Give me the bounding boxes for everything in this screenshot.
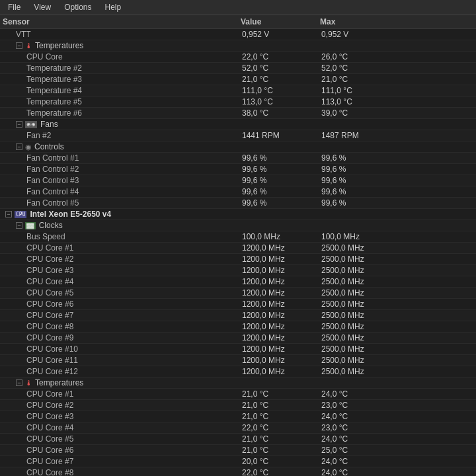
tree-row[interactable]: CPU Core #71200,0 MHz2500,0 MHz	[0, 310, 476, 321]
tree-row[interactable]: CPU Core #51200,0 MHz2500,0 MHz	[0, 288, 476, 299]
tree-row[interactable]: Fan Control #399,6 %99,6 %	[0, 175, 476, 186]
sensor-label: CPU Core #2	[26, 401, 73, 410]
tree-row[interactable]: CPU Core22,0 °C26,0 °C	[0, 52, 476, 63]
max-cell: 24,0 °C	[320, 434, 399, 444]
tree-row[interactable]: CPU Core #31200,0 MHz2500,0 MHz	[0, 265, 476, 276]
tree-row[interactable]: CPU Core #21200,0 MHz2500,0 MHz	[0, 254, 476, 265]
tree-row[interactable]: Bus Speed100,0 MHz100,0 MHz	[0, 231, 476, 243]
sensor-label: CPU Core #4	[26, 423, 73, 432]
max-cell: 113,0 °C	[320, 97, 399, 106]
tree-row[interactable]: CPU Core #720,0 °C24,0 °C	[0, 456, 476, 467]
sensor-label: CPU Core #3	[26, 412, 73, 421]
tree-row[interactable]: CPU Core #621,0 °C25,0 °C	[0, 445, 476, 456]
expand-icon[interactable]: −	[16, 143, 22, 150]
tree-row[interactable]: −🌡Temperatures	[0, 40, 476, 52]
tree-row[interactable]: Temperature #638,0 °C39,0 °C	[0, 108, 476, 119]
cpu-icon: CPU	[15, 211, 26, 218]
tree-row[interactable]: CPU Core #101200,0 MHz2500,0 MHz	[0, 344, 476, 355]
menu-options[interactable]: Options	[59, 1, 97, 13]
tree-row[interactable]: −CPUIntel Xeon E5-2650 v4	[0, 209, 476, 220]
value-cell: 21,0 °C	[241, 401, 320, 410]
value-cell: 1200,0 MHz	[241, 344, 320, 354]
tree-row[interactable]: Fan Control #299,6 %99,6 %	[0, 164, 476, 175]
tree-row[interactable]: Temperature #5113,0 °C113,0 °C	[0, 97, 476, 108]
tree-row[interactable]: Temperature #321,0 °C21,0 °C	[0, 74, 476, 85]
tree-row[interactable]: Temperature #252,0 °C52,0 °C	[0, 63, 476, 74]
menu-view[interactable]: View	[28, 1, 56, 13]
tree-row[interactable]: CPU Core #121,0 °C24,0 °C	[0, 389, 476, 400]
tree-body[interactable]: VTT0,952 V0,952 V−🌡TemperaturesCPU Core2…	[0, 29, 476, 476]
value-cell: 21,0 °C	[241, 412, 320, 421]
max-cell: 23,0 °C	[320, 423, 399, 432]
tree-row[interactable]: −◉Controls	[0, 141, 476, 153]
menubar: File View Options Help	[0, 0, 476, 15]
header-value: Value	[241, 17, 320, 26]
expand-icon[interactable]: −	[16, 42, 22, 49]
max-cell: 52,0 °C	[320, 63, 399, 73]
max-cell: 99,6 %	[320, 198, 399, 208]
expand-icon[interactable]: −	[5, 211, 12, 218]
sensor-label: CPU Core #10	[26, 344, 78, 354]
max-cell: 2500,0 MHz	[320, 356, 399, 365]
temp-icon: 🌡	[25, 379, 32, 387]
section-label: Controls	[34, 142, 64, 151]
expand-icon[interactable]: −	[16, 222, 22, 229]
sensor-label: Fan Control #2	[26, 165, 79, 174]
sensor-label: VTT	[16, 30, 31, 39]
max-cell: 2500,0 MHz	[320, 367, 399, 376]
tree-row[interactable]: −▓▓Clocks	[0, 220, 476, 231]
tree-row[interactable]: Fan #21441 RPM1487 RPM	[0, 130, 476, 141]
value-cell: 1441 RPM	[241, 131, 320, 140]
tree-row[interactable]: CPU Core #521,0 °C24,0 °C	[0, 434, 476, 445]
tree-row[interactable]: CPU Core #111200,0 MHz2500,0 MHz	[0, 355, 476, 366]
tree-row[interactable]: Fan Control #199,6 %99,6 %	[0, 153, 476, 164]
tree-row[interactable]: VTT0,952 V0,952 V	[0, 29, 476, 40]
value-cell: 1200,0 MHz	[241, 243, 320, 253]
tree-row[interactable]: CPU Core #121200,0 MHz2500,0 MHz	[0, 366, 476, 377]
sensor-label: Fan Control #5	[26, 198, 79, 208]
value-cell: 99,6 %	[241, 198, 320, 208]
max-cell: 21,0 °C	[320, 75, 399, 84]
sensor-label: CPU Core #7	[26, 457, 73, 466]
header-max: Max	[320, 17, 399, 26]
tree-row[interactable]: CPU Core #822,0 °C24,0 °C	[0, 467, 476, 476]
max-cell: 25,0 °C	[320, 446, 399, 455]
tree-row[interactable]: CPU Core #61200,0 MHz2500,0 MHz	[0, 299, 476, 310]
tree-row[interactable]: −⊕⊕Fans	[0, 119, 476, 130]
tree-row[interactable]: Fan Control #499,6 %99,6 %	[0, 186, 476, 198]
sensor-label: Fan #2	[26, 131, 51, 140]
main-content: Sensor Value Max VTT0,952 V0,952 V−🌡Temp…	[0, 15, 476, 476]
tree-row[interactable]: CPU Core #422,0 °C23,0 °C	[0, 422, 476, 434]
value-cell: 100,0 MHz	[241, 232, 320, 241]
sensor-label: CPU Core	[26, 52, 63, 61]
tree-row[interactable]: CPU Core #91200,0 MHz2500,0 MHz	[0, 333, 476, 344]
value-cell: 0,952 V	[241, 30, 320, 39]
expand-icon[interactable]: −	[16, 121, 22, 128]
sensor-label: CPU Core #5	[26, 434, 73, 444]
tree-row[interactable]: Temperature #4111,0 °C111,0 °C	[0, 85, 476, 97]
tree-row[interactable]: −🌡Temperatures	[0, 377, 476, 389]
tree-row[interactable]: Fan Control #599,6 %99,6 %	[0, 198, 476, 209]
value-cell: 1200,0 MHz	[241, 277, 320, 286]
tree-row[interactable]: CPU Core #321,0 °C24,0 °C	[0, 411, 476, 422]
tree-row[interactable]: CPU Core #221,0 °C23,0 °C	[0, 400, 476, 411]
sensor-label: CPU Core #4	[26, 277, 73, 286]
max-cell: 1487 RPM	[320, 131, 399, 140]
sensor-label: Fan Control #3	[26, 176, 79, 185]
max-cell: 2500,0 MHz	[320, 333, 399, 342]
menu-file[interactable]: File	[3, 1, 26, 13]
tree-row[interactable]: CPU Core #81200,0 MHz2500,0 MHz	[0, 321, 476, 333]
max-cell: 39,0 °C	[320, 108, 399, 118]
max-cell: 2500,0 MHz	[320, 255, 399, 264]
value-cell: 113,0 °C	[241, 97, 320, 106]
value-cell: 21,0 °C	[241, 434, 320, 444]
menu-help[interactable]: Help	[100, 1, 127, 13]
tree-row[interactable]: CPU Core #41200,0 MHz2500,0 MHz	[0, 276, 476, 288]
tree-row[interactable]: CPU Core #11200,0 MHz2500,0 MHz	[0, 243, 476, 254]
sensor-label: CPU Core #8	[26, 322, 73, 331]
value-cell: 22,0 °C	[241, 468, 320, 476]
section-label: Temperatures	[35, 378, 83, 387]
max-cell: 2500,0 MHz	[320, 311, 399, 320]
expand-icon[interactable]: −	[16, 379, 22, 386]
clock-icon: ▓▓	[25, 222, 36, 229]
